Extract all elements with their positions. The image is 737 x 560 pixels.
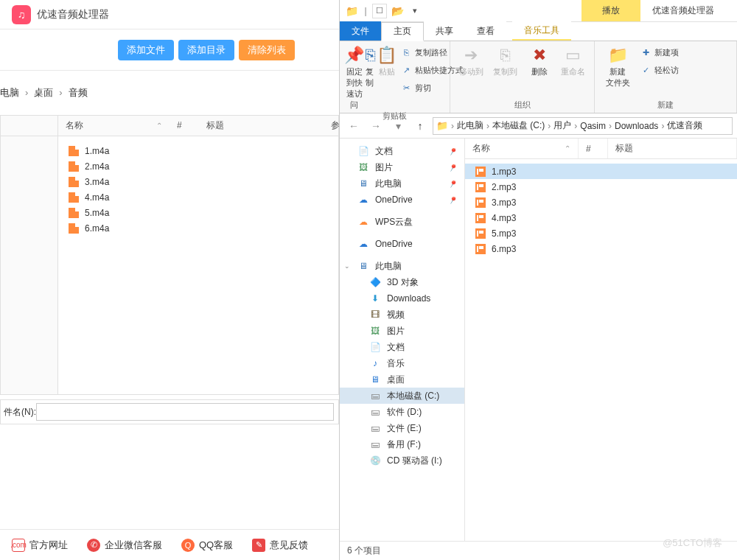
feedback-icon: ✎ (252, 539, 265, 552)
file-name: 6.m4a (85, 223, 109, 234)
tree-item[interactable]: 💿CD 驱动器 (I:) (340, 452, 464, 469)
tree-item[interactable]: 🖼图片 (340, 323, 464, 339)
official-site-link[interactable]: .com 官方网址 (12, 539, 68, 552)
file-name: 1.m4a (85, 146, 109, 156)
explorer-nav-bar: ← → ▾ ↑ 📁 › 此电脑› 本地磁盘 (C:)› 用户› Qasim› D… (340, 113, 737, 139)
col-title[interactable]: 标题 (608, 139, 737, 158)
tab-share[interactable]: 共享 (424, 21, 465, 41)
context-tab-play[interactable]: 播放 (581, 0, 640, 21)
tree-item[interactable]: ☁OneDrive (340, 236, 464, 252)
new-folder-button[interactable]: 📁新建 文件夹 (599, 43, 636, 88)
file-row[interactable]: 4.mp3 (465, 210, 737, 225)
tree-item[interactable]: 🎞视频 (340, 307, 464, 323)
dl-icon: ⬇ (369, 293, 381, 304)
filename-input[interactable] (36, 403, 334, 421)
ribbon-group-new: 新建 (599, 99, 732, 113)
breadcrumb-item[interactable]: 音频 (69, 71, 88, 115)
col-name[interactable]: 名称⌃ (465, 139, 579, 158)
wechat-icon: ✆ (87, 539, 100, 552)
nav-recent-dropdown[interactable]: ▾ (388, 117, 408, 135)
tree-item[interactable]: ⬇Downloads (340, 290, 464, 307)
app-toolbar: 添加文件 添加目录 清除列表 (0, 29, 339, 71)
tree-item[interactable]: ☁OneDrive📍 (340, 192, 464, 208)
move-to-button[interactable]: ➔移动到 (455, 43, 487, 77)
new-item-button[interactable]: ✚新建项 (638, 44, 682, 60)
file-row[interactable]: 6.mp3 (465, 241, 737, 256)
properties-icon[interactable]: ☐ (372, 4, 387, 18)
tab-file[interactable]: 文件 (340, 21, 381, 41)
tree-item[interactable]: ♪音乐 (340, 355, 464, 371)
copy-to-button[interactable]: ⎘复制到 (489, 43, 521, 77)
delete-button[interactable]: ✖删除 (523, 43, 556, 77)
col-number[interactable]: # (579, 139, 608, 158)
tree-label: 文档 (375, 145, 393, 158)
list-header-part[interactable]: 参 (324, 119, 338, 132)
list-header-title[interactable]: 标题 (199, 119, 324, 132)
tree-item[interactable]: 🖴备用 (F:) (340, 436, 464, 452)
file-row[interactable]: 3.mp3 (465, 195, 737, 210)
new-folder-icon: 📁 (608, 46, 628, 65)
app-logo-icon: ♫ (12, 5, 31, 24)
list-item[interactable]: 5.m4a (58, 206, 338, 221)
audio-file-icon (69, 223, 79, 234)
tree-item[interactable]: 🖴文件 (E:) (340, 420, 464, 436)
list-item[interactable]: 6.m4a (58, 221, 338, 237)
list-header-name[interactable]: 名称 ⌃ (58, 119, 170, 132)
folder-icon[interactable]: 📁 (344, 4, 359, 18)
file-list-header: 名称⌃ # 标题 (465, 139, 737, 159)
list-item[interactable]: 1.m4a (58, 144, 338, 159)
explorer-window: 📁 | ☐ 📂 ▾ 播放 优速音频处理器 文件 主页 共享 查看 音乐工具 📌固… (339, 0, 737, 560)
wechat-support-link[interactable]: ✆ 企业微信客服 (87, 539, 162, 552)
list-item[interactable]: 4.m4a (58, 190, 338, 206)
list-item[interactable]: 2.m4a (58, 159, 338, 175)
tree-item[interactable]: 🖥此电脑📍 (340, 175, 464, 192)
add-dir-button[interactable]: 添加目录 (178, 40, 234, 60)
cloud-icon: ☁ (357, 239, 369, 249)
pic-icon: 🖼 (357, 162, 369, 172)
easy-access-button[interactable]: ✓轻松访 (638, 62, 682, 78)
nav-back-button[interactable]: ← (344, 117, 363, 135)
music-icon: ♪ (369, 358, 381, 368)
tree-item[interactable]: 🖴软件 (D:) (340, 404, 464, 420)
tab-view[interactable]: 查看 (465, 21, 506, 41)
tree-item[interactable]: ☁WPS云盘 (340, 214, 464, 230)
qq-support-link[interactable]: Q QQ客服 (181, 539, 233, 552)
tree-item[interactable]: 📄文档 (340, 339, 464, 355)
tree-item[interactable]: 🔷3D 对象 (340, 274, 464, 290)
pin-icon: 📌 (344, 46, 364, 65)
nav-forward-button[interactable]: → (366, 117, 385, 135)
address-bar[interactable]: 📁 › 此电脑› 本地磁盘 (C:)› 用户› Qasim› Downloads… (433, 117, 733, 135)
file-row[interactable]: 2.mp3 (465, 179, 737, 195)
globe-icon: .com (12, 539, 25, 552)
rename-button[interactable]: ▭重命名 (557, 43, 590, 77)
tab-home[interactable]: 主页 (381, 22, 424, 41)
clear-list-button[interactable]: 清除列表 (239, 40, 295, 60)
breadcrumb-item[interactable]: 电脑 (0, 71, 19, 115)
tree-item[interactable]: 🖴本地磁盘 (C:) (340, 388, 464, 404)
feedback-link[interactable]: ✎ 意见反馈 (252, 539, 308, 552)
paste-button[interactable]: 📋粘贴 (377, 43, 397, 77)
expand-icon[interactable]: ⌄ (344, 262, 350, 270)
tree-item-this-pc[interactable]: ⌄🖥此电脑 (340, 258, 464, 274)
breadcrumb-item[interactable]: 桌面 (34, 71, 53, 115)
tree-item[interactable]: 🖥桌面 (340, 371, 464, 388)
dropdown-icon[interactable]: ▾ (408, 4, 422, 18)
doc-icon: 📄 (357, 146, 369, 156)
explorer-tree[interactable]: 📄文档📍🖼图片📍🖥此电脑📍☁OneDrive📍☁WPS云盘☁OneDrive⌄🖥… (340, 139, 465, 541)
add-file-button[interactable]: 添加文件 (118, 40, 174, 60)
file-row[interactable]: 5.mp3 (465, 225, 737, 241)
open-folder-icon[interactable]: 📂 (390, 4, 405, 18)
explorer-file-pane: 名称⌃ # 标题 1.mp32.mp33.mp34.mp35.mp36.mp3 (465, 139, 737, 541)
pin-icon: 📍 (447, 194, 458, 206)
tree-item[interactable]: 🖼图片📍 (340, 159, 464, 175)
nav-up-button[interactable]: ↑ (411, 117, 430, 135)
pin-icon: 📍 (447, 161, 458, 173)
tree-item[interactable]: 📄文档📍 (340, 143, 464, 159)
pin-to-quick-access-button[interactable]: 📌固定到快 速访问 (344, 43, 364, 111)
tab-music-tools[interactable]: 音乐工具 (512, 21, 571, 41)
copy-button[interactable]: ⎘复制 (366, 43, 375, 88)
chevron-right-icon: › (450, 121, 455, 131)
list-item[interactable]: 3.m4a (58, 175, 338, 190)
list-header-number[interactable]: # (170, 120, 199, 130)
file-row[interactable]: 1.mp3 (465, 164, 737, 179)
